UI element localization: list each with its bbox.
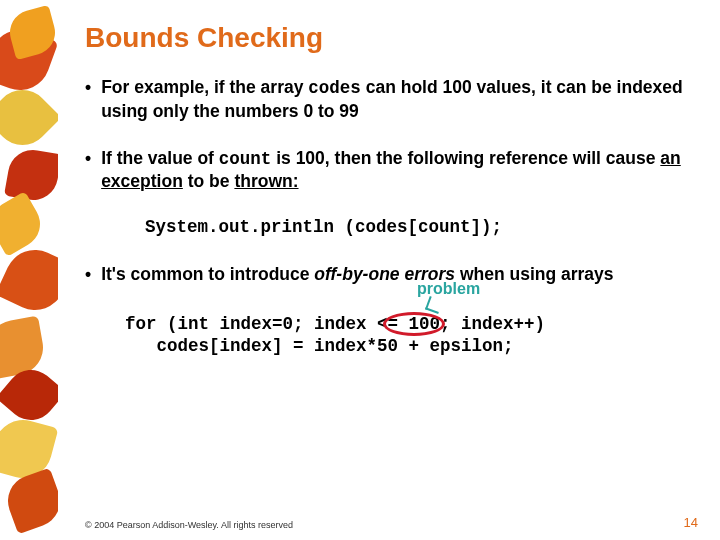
- bullet-3-text: It's common to introduce off-by-one erro…: [101, 263, 613, 286]
- slide-content: Bounds Checking • For example, if the ar…: [85, 22, 690, 510]
- bullet-1-text: For example, if the array codes can hold…: [101, 76, 690, 123]
- slide-title: Bounds Checking: [85, 22, 690, 54]
- problem-circle-annotation: [383, 312, 445, 336]
- copyright-footer: © 2004 Pearson Addison-Wesley. All right…: [85, 520, 293, 530]
- bullet-dot: •: [85, 147, 91, 194]
- problem-connector: [425, 296, 443, 314]
- code-2-line-2: codes[index] = index*50 + epsilon;: [125, 336, 545, 358]
- bullet-3: • It's common to introduce off-by-one er…: [85, 263, 690, 286]
- bullet-1: • For example, if the array codes can ho…: [85, 76, 690, 123]
- bullet-2-text: If the value of count is 100, then the f…: [101, 147, 690, 194]
- decorative-leaf-strip: [0, 0, 58, 540]
- code-2-line-1: for (int index=0; index <= 100; index++): [125, 314, 545, 336]
- bullet-dot: •: [85, 76, 91, 123]
- bullet-dot: •: [85, 263, 91, 286]
- code-block-1: System.out.println (codes[count]);: [145, 217, 690, 239]
- problem-annotation: problem: [417, 280, 480, 298]
- bullet-2: • If the value of count is 100, then the…: [85, 147, 690, 194]
- code-block-2: problem for (int index=0; index <= 100; …: [125, 302, 545, 358]
- page-number: 14: [684, 515, 698, 530]
